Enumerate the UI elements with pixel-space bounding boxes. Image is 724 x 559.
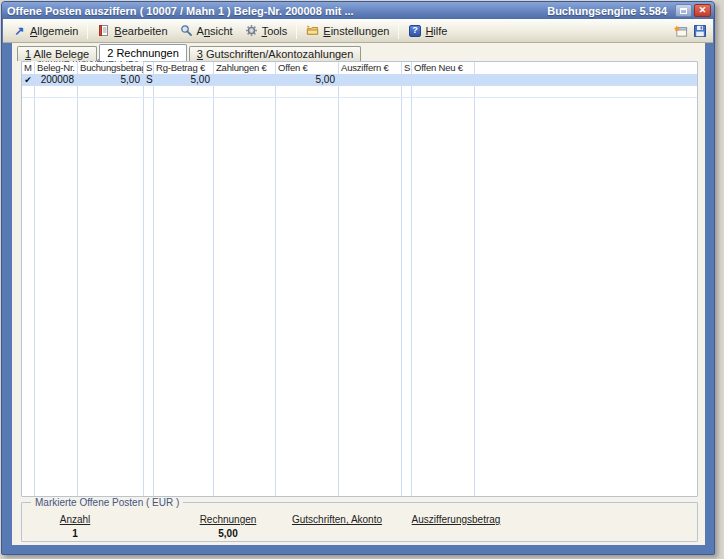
- tools-button[interactable]: Tools: [239, 21, 294, 41]
- summary-label: Auszifferungsbetrag: [412, 514, 501, 525]
- restore-button[interactable]: [675, 4, 692, 17]
- cell-zahlungen: [214, 74, 276, 85]
- tools-label: Tools: [262, 25, 288, 37]
- cell-s1: S: [144, 74, 154, 85]
- magnifier-icon: [180, 24, 193, 37]
- application-window: Offene Posten ausziffern ( 10007 / Mahn …: [1, 1, 715, 555]
- column-header-s1[interactable]: S: [144, 62, 154, 74]
- window-title: Offene Posten ausziffern ( 10007 / Mahn …: [7, 5, 547, 17]
- summary-col-anzahl: Anzahl 1: [60, 514, 91, 539]
- table-row-empty[interactable]: [22, 86, 697, 98]
- folder-settings-icon: [306, 24, 319, 37]
- cell-offen: 5,00: [276, 74, 339, 85]
- marked-check-icon: ✔: [22, 74, 35, 85]
- tab-label: 3 Gutschriften/Akontozahlungen: [197, 48, 354, 60]
- tab-strip: 1 Alle Belege 2 Rechnungen 3 Gutschrifte…: [17, 44, 363, 61]
- cell-offen-neu: [412, 74, 475, 85]
- close-button[interactable]: ✕: [694, 4, 711, 17]
- close-icon: ✕: [699, 6, 707, 15]
- groupbox-legend: Markierte Offene Posten ( EUR ): [31, 497, 183, 508]
- hilfe-label: Hilfe: [425, 25, 447, 37]
- cell-rg-betrag: 5,00: [154, 74, 214, 85]
- restore-icon: [680, 8, 687, 14]
- tab-label: 2 Rechnungen: [107, 47, 179, 59]
- table-row-selected[interactable]: ✔ 200008 5,00 S 5,00 5,00: [22, 74, 697, 86]
- einstellungen-label: Einstellungen: [323, 25, 389, 37]
- ansicht-button[interactable]: Ansicht: [174, 21, 239, 41]
- cell-ausziffern: [339, 74, 402, 85]
- column-header-s2[interactable]: S: [402, 62, 412, 74]
- allgemein-button[interactable]: ↗ Allgemein: [7, 21, 84, 41]
- toolbar-right-group: [674, 24, 709, 38]
- save-floppy-icon[interactable]: [693, 24, 707, 38]
- cell-buchungsbetrag: 5,00: [78, 74, 144, 85]
- table-header-row: M Beleg-Nr. Buchungsbetrag € S Rg-Betrag…: [22, 62, 697, 74]
- title-bar: Offene Posten ausziffern ( 10007 / Mahn …: [2, 2, 714, 19]
- ansicht-label: Ansicht: [197, 25, 233, 37]
- tab-rechnungen[interactable]: 2 Rechnungen: [99, 44, 187, 61]
- tab-alle-belege[interactable]: 1 Alle Belege: [17, 46, 97, 61]
- summary-label: Rechnungen: [200, 514, 257, 525]
- column-header-offen-neu[interactable]: Offen Neu €: [412, 62, 475, 74]
- groupbox-summe-markierter-ops: Summe markierter OPs M Beleg-Nr. Buchung…: [21, 61, 698, 497]
- edit-notepad-icon: [97, 24, 110, 37]
- column-header-buchungsbetrag[interactable]: Buchungsbetrag €: [78, 62, 144, 74]
- column-header-offen[interactable]: Offen €: [276, 62, 339, 74]
- bearbeiten-label: Bearbeiten: [114, 25, 167, 37]
- summary-label: Gutschriften, Akonto: [292, 514, 382, 525]
- tab-gutschriften-akontozahlungen[interactable]: 3 Gutschriften/Akontozahlungen: [189, 46, 362, 61]
- engine-version-label: Buchungsengine 5.584: [547, 5, 667, 17]
- column-header-m[interactable]: M: [22, 62, 35, 74]
- column-header-filler: [475, 62, 697, 74]
- hilfe-button[interactable]: ? Hilfe: [402, 21, 453, 41]
- allgemein-label: Allgemein: [30, 25, 78, 37]
- summary-col-auszifferungsbetrag: Auszifferungsbetrag: [412, 514, 501, 528]
- summary-label: Anzahl: [60, 514, 91, 525]
- help-question-icon: ?: [408, 24, 421, 37]
- toolbar: ↗ Allgemein Bearbeiten: [3, 19, 713, 43]
- tab-label: 1 Alle Belege: [25, 48, 89, 60]
- gear-icon: [245, 24, 258, 37]
- open-items-table: M Beleg-Nr. Buchungsbetrag € S Rg-Betrag…: [22, 62, 697, 496]
- einstellungen-button[interactable]: Einstellungen: [300, 21, 395, 41]
- new-window-icon[interactable]: [674, 24, 688, 38]
- toolbar-separator: [87, 23, 88, 39]
- cell-s2: [402, 74, 412, 85]
- column-header-beleg-nr[interactable]: Beleg-Nr.: [35, 62, 78, 74]
- toolbar-separator: [398, 23, 399, 39]
- table-body-filler: [22, 98, 697, 496]
- bearbeiten-button[interactable]: Bearbeiten: [91, 21, 173, 41]
- column-header-zahlungen[interactable]: Zahlungen €: [214, 62, 276, 74]
- toolbar-separator: [296, 23, 297, 39]
- summary-col-rechnungen: Rechnungen 5,00: [200, 514, 257, 539]
- column-header-rg-betrag[interactable]: Rg-Betrag €: [154, 62, 214, 74]
- summary-col-gutschriften-akonto: Gutschriften, Akonto: [292, 514, 382, 528]
- content-area: 1 Alle Belege 2 Rechnungen 3 Gutschrifte…: [12, 43, 705, 545]
- cell-beleg-nr: 200008: [35, 74, 78, 85]
- column-header-ausziffern[interactable]: Ausziffern €: [339, 62, 402, 74]
- summary-value: 1: [60, 528, 91, 539]
- groupbox-markierte-offene-posten: Markierte Offene Posten ( EUR ) Anzahl 1…: [21, 502, 698, 542]
- arrow-up-right-icon: ↗: [13, 24, 26, 37]
- summary-value: 5,00: [200, 528, 257, 539]
